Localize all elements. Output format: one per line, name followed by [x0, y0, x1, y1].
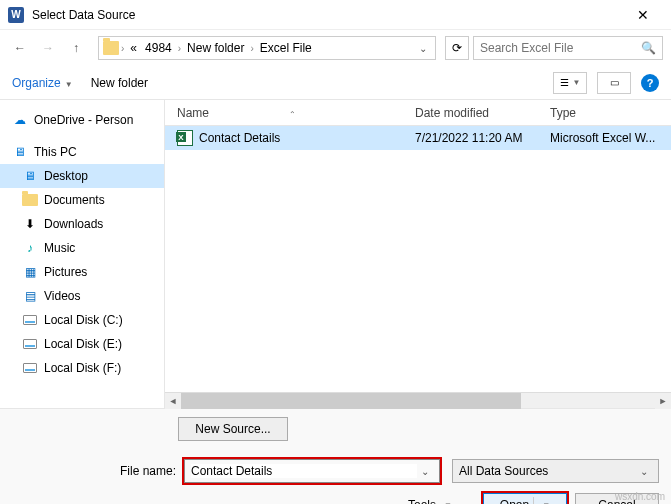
up-icon[interactable]: ↑ [64, 36, 88, 60]
file-date: 7/21/2022 11:20 AM [415, 131, 550, 145]
new-source-button[interactable]: New Source... [178, 417, 288, 441]
tree-desktop[interactable]: 🖥Desktop [0, 164, 164, 188]
disk-icon [23, 363, 37, 373]
help-icon[interactable]: ? [641, 74, 659, 92]
word-icon: W [8, 7, 24, 23]
crumb-item[interactable]: 4984 [141, 41, 176, 55]
crumb-item[interactable]: Excel File [256, 41, 316, 55]
watermark: wsxdn.com [615, 491, 665, 502]
tree-pictures[interactable]: ▦Pictures [0, 260, 164, 284]
desktop-icon: 🖥 [22, 168, 38, 184]
titlebar: W Select Data Source ✕ [0, 0, 671, 30]
refresh-icon[interactable]: ⟳ [445, 36, 469, 60]
col-type[interactable]: Type [550, 106, 671, 120]
tree-videos[interactable]: ▤Videos [0, 284, 164, 308]
organize-button[interactable]: Organize▼ [12, 76, 73, 90]
tree-thispc[interactable]: 🖥This PC [0, 140, 164, 164]
nav-bar: ← → ↑ › « 4984 › New folder › Excel File… [0, 30, 671, 66]
search-field[interactable] [480, 41, 641, 55]
tree-diskc[interactable]: Local Disk (C:) [0, 308, 164, 332]
crumb-item[interactable]: New folder [183, 41, 248, 55]
file-name: Contact Details [199, 131, 280, 145]
tree-diske[interactable]: Local Disk (E:) [0, 332, 164, 356]
horizontal-scrollbar[interactable]: ◄ ► [165, 392, 671, 408]
main-area: ☁OneDrive - Person 🖥This PC 🖥Desktop Doc… [0, 100, 671, 408]
folder-icon [22, 194, 38, 206]
crumb-item[interactable]: « [126, 41, 141, 55]
col-name[interactable]: Name [177, 106, 209, 120]
preview-icon[interactable]: ▭ [597, 72, 631, 94]
window-title: Select Data Source [32, 8, 623, 22]
filename-label: File name: [12, 464, 184, 478]
tree-pane: ☁OneDrive - Person 🖥This PC 🖥Desktop Doc… [0, 100, 165, 408]
bottom-panel: New Source... File name: ⌄ All Data Sour… [0, 408, 671, 504]
back-icon[interactable]: ← [8, 36, 32, 60]
scroll-thumb[interactable] [181, 393, 521, 409]
search-icon[interactable]: 🔍 [641, 41, 656, 55]
cloud-icon: ☁ [12, 112, 28, 128]
excel-icon [177, 130, 193, 146]
col-date[interactable]: Date modified [415, 106, 550, 120]
filename-input[interactable]: ⌄ [184, 459, 440, 483]
tree-onedrive[interactable]: ☁OneDrive - Person [0, 108, 164, 132]
open-button[interactable]: Open▼ [483, 493, 567, 504]
file-row[interactable]: Contact Details 7/21/2022 11:20 AM Micro… [165, 126, 671, 150]
newfolder-button[interactable]: New folder [91, 76, 148, 90]
music-icon: ♪ [22, 240, 38, 256]
chevron-down-icon[interactable]: ⌄ [417, 466, 433, 477]
chevron-down-icon[interactable]: ⌄ [415, 43, 431, 54]
tree-downloads[interactable]: ⬇Downloads [0, 212, 164, 236]
disk-icon [23, 315, 37, 325]
file-pane: Name⌃ Date modified Type Contact Details… [165, 100, 671, 408]
close-icon[interactable]: ✕ [623, 0, 663, 30]
view-icon[interactable]: ☰▼ [553, 72, 587, 94]
filetype-select[interactable]: All Data Sources ⌄ [452, 459, 659, 483]
toolbar: Organize▼ New folder ☰▼ ▭ ? [0, 66, 671, 100]
download-icon: ⬇ [22, 216, 38, 232]
forward-icon[interactable]: → [36, 36, 60, 60]
chevron-down-icon[interactable]: ⌄ [636, 466, 652, 477]
filetype-label: All Data Sources [459, 464, 548, 478]
file-type: Microsoft Excel W... [550, 131, 671, 145]
scroll-right-icon[interactable]: ► [655, 393, 671, 409]
videos-icon: ▤ [22, 288, 38, 304]
breadcrumb[interactable]: › « 4984 › New folder › Excel File ⌄ [98, 36, 436, 60]
disk-icon [23, 339, 37, 349]
scroll-left-icon[interactable]: ◄ [165, 393, 181, 409]
tree-diskf[interactable]: Local Disk (F:) [0, 356, 164, 380]
tools-button[interactable]: Tools▼ [408, 498, 452, 504]
tree-documents[interactable]: Documents [0, 188, 164, 212]
search-input[interactable]: 🔍 [473, 36, 663, 60]
column-headers[interactable]: Name⌃ Date modified Type [165, 100, 671, 126]
sort-icon[interactable]: ⌃ [289, 110, 296, 119]
folder-icon [103, 41, 119, 55]
pc-icon: 🖥 [12, 144, 28, 160]
tree-music[interactable]: ♪Music [0, 236, 164, 260]
filename-field[interactable] [191, 464, 417, 478]
pictures-icon: ▦ [22, 264, 38, 280]
